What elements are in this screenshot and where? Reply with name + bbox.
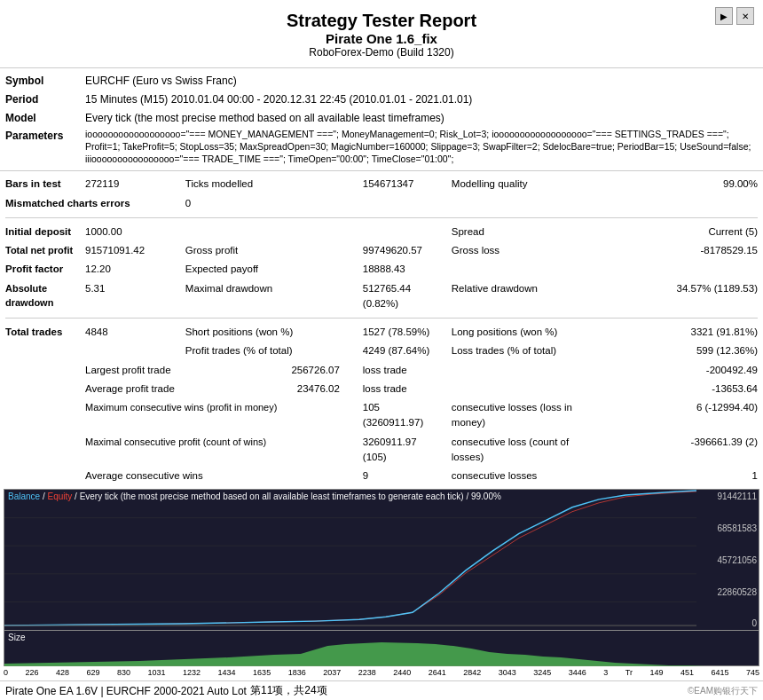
largest-row: Largest profit trade 256726.07 loss trad…	[0, 361, 763, 380]
report-title: Strategy Tester Report	[35, 11, 728, 31]
x-label-1: 226	[26, 668, 39, 677]
average-profit-label: Average profit trade	[80, 380, 180, 398]
maximal-consec-loss-value: -396661.39 (2)	[579, 433, 763, 468]
total-trades-row: Total trades 4848 Short positions (won %…	[0, 323, 763, 342]
x-label-20: 149	[649, 668, 663, 677]
mismatched-row: Mismatched charts errors 0	[0, 194, 763, 213]
parameters-row: Parameters ioooooooooooooooooo="=== MONE…	[0, 127, 763, 167]
close-button[interactable]: ✕	[736, 7, 754, 25]
loss-trades-label: Loss trades (% of total)	[446, 342, 579, 360]
minimize-button[interactable]: ▶	[715, 7, 733, 25]
avg-consec-wins-value: 9	[358, 467, 446, 485]
maximal-drawdown-value: 512765.44 (0.82%)	[358, 279, 446, 314]
size-svg	[4, 641, 759, 666]
short-positions-label: Short positions (won %)	[180, 323, 358, 342]
spread-value: Current (5)	[579, 223, 763, 241]
mismatched-value: 0	[180, 194, 358, 213]
legend-balance: Balance	[8, 492, 40, 501]
short-positions-value: 1527 (78.59%)	[358, 323, 446, 342]
x-label-10: 2037	[323, 668, 341, 677]
bars-in-test-value: 272119	[80, 175, 180, 193]
x-label-16: 3245	[533, 668, 551, 677]
x-label-6: 1232	[183, 668, 201, 677]
period-row: Period 15 Minutes (M15) 2010.01.04 00:00…	[0, 90, 763, 109]
x-label-15: 3043	[499, 668, 516, 677]
total-net-profit-row: Total net profit 91571091.42 Gross profi…	[0, 241, 763, 260]
x-label-7: 1434	[218, 668, 236, 677]
period-value: 15 Minutes (M15) 2010.01.04 00:00 - 2020…	[80, 90, 763, 109]
expected-payoff-value: 18888.43	[358, 260, 446, 279]
profit-trades-value: 4249 (87.64%)	[358, 342, 446, 360]
largest-profit-value: 256726.07	[180, 361, 358, 380]
relative-drawdown-value: 34.57% (1189.53)	[579, 279, 763, 314]
profit-factor-row: Profit factor 12.20 Expected payoff 1888…	[0, 260, 763, 279]
total-net-profit-label: Total net profit	[0, 241, 80, 260]
initial-deposit-row: Initial deposit 1000.00 Spread Current (…	[0, 223, 763, 241]
max-consec-wins-row: Maximum consecutive wins (profit in mone…	[0, 398, 763, 433]
x-label-0: 0	[4, 668, 8, 677]
x-label-21: 451	[680, 668, 694, 677]
absolute-drawdown-label: Absolutedrawdown	[0, 279, 80, 314]
max-consec-losses-label: consecutive losses (loss in money)	[446, 398, 579, 433]
max-consec-losses-value: 6 (-12994.40)	[579, 398, 763, 433]
footer-page-info: 第11项，共24项	[250, 683, 327, 698]
y-label-1: 0	[698, 618, 757, 628]
symbol-label: Symbol	[0, 72, 80, 90]
x-label-22: 6415	[711, 668, 728, 677]
expected-payoff-label: Expected payoff	[180, 260, 358, 279]
x-label-3: 629	[87, 668, 100, 677]
profit-factor-label: Profit factor	[0, 260, 80, 279]
y-label-2: 22860528	[698, 587, 757, 597]
largest-loss-label: loss trade	[358, 361, 446, 380]
average-loss-label: loss trade	[358, 380, 446, 398]
chart-legend: Balance / Equity / Every tick (the most …	[8, 492, 501, 501]
parameters-label: Parameters	[0, 127, 80, 167]
profit-factor-value: 12.20	[80, 260, 180, 279]
initial-deposit-label: Initial deposit	[0, 223, 80, 241]
size-chart: Size	[4, 631, 759, 666]
x-label-5: 1031	[148, 668, 166, 677]
maximal-consec-loss-label: consecutive loss (count of losses)	[446, 433, 579, 468]
avg-consec-wins-row: Average consecutive wins 9 consecutive l…	[0, 467, 763, 485]
maximal-consec-profit-label: Maximal consecutive profit (count of win…	[80, 433, 358, 468]
legend-quality: / 99.00%	[466, 492, 500, 501]
gross-profit-value: 99749620.57	[358, 241, 446, 260]
x-label-23: 745	[746, 668, 759, 677]
model-label: Model	[0, 109, 80, 128]
legend-desc: Every tick (the most precise method base…	[80, 492, 464, 501]
x-axis: 0 226 428 629 830 1031 1232 1434 1635 18…	[4, 666, 759, 679]
loss-trades-value: 599 (12.36%)	[579, 342, 763, 360]
max-consec-wins-value: 105 (3260911.97)	[358, 398, 446, 433]
parameters-value: ioooooooooooooooooo="=== MONEY_MANAGEMEN…	[80, 127, 763, 167]
y-label-4: 68581583	[698, 523, 757, 533]
average-row: Average profit trade 23476.02 loss trade…	[0, 380, 763, 398]
footer-logo: ©EAM购银行天下	[688, 685, 758, 697]
long-positions-label: Long positions (won %)	[446, 323, 579, 342]
x-label-19: Tr	[625, 668, 633, 677]
total-trades-label: Total trades	[0, 323, 80, 342]
report-subtitle: Pirate One 1.6_fix	[35, 31, 728, 46]
x-label-14: 2842	[463, 668, 481, 677]
max-consec-wins-label: Maximum consecutive wins (profit in mone…	[80, 398, 358, 433]
maximal-consec-profit-row: Maximal consecutive profit (count of win…	[0, 433, 763, 468]
maximal-consec-profit-value: 3260911.97 (105)	[358, 433, 446, 468]
mismatched-label: Mismatched charts errors	[0, 194, 180, 213]
avg-consec-losses-value: 1	[579, 467, 763, 485]
model-row: Model Every tick (the most precise metho…	[0, 109, 763, 128]
largest-profit-label: Largest profit trade	[80, 361, 180, 380]
initial-deposit-value: 1000.00	[80, 223, 180, 241]
gross-loss-value: -8178529.15	[579, 241, 763, 260]
gross-loss-label: Gross loss	[446, 241, 579, 260]
x-label-8: 1635	[253, 668, 271, 677]
avg-consec-losses-label: consecutive losses	[446, 467, 579, 485]
total-trades-value: 4848	[80, 323, 180, 342]
modelling-quality-label: Modelling quality	[446, 175, 579, 193]
legend-equity: Equity	[47, 492, 72, 501]
symbol-row: Symbol EURCHF (Euro vs Swiss Franc)	[0, 72, 763, 90]
stats-table: Bars in test 272119 Ticks modelled 15467…	[0, 175, 763, 485]
x-label-18: 3	[603, 668, 608, 677]
long-positions-value: 3321 (91.81%)	[579, 323, 763, 342]
profit-trades-row: Profit trades (% of total) 4249 (87.64%)…	[0, 342, 763, 360]
info-table: Symbol EURCHF (Euro vs Swiss Franc) Peri…	[0, 72, 763, 167]
gross-profit-label: Gross profit	[180, 241, 358, 260]
